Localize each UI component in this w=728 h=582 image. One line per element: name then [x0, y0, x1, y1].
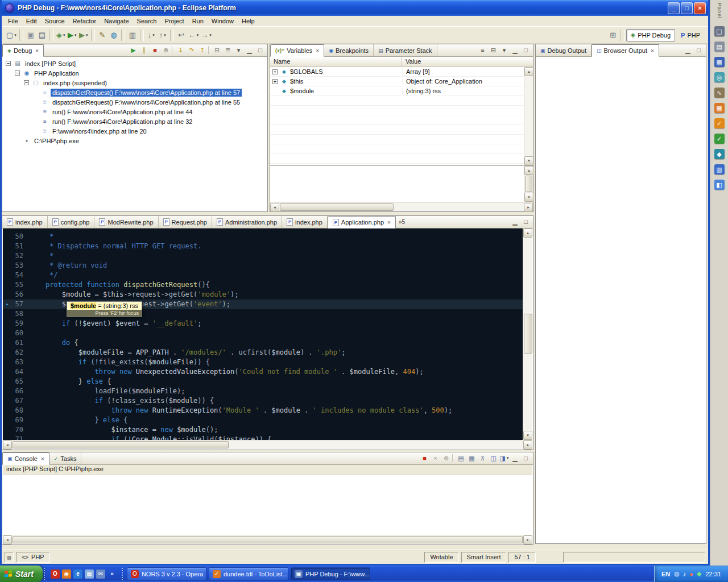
menu-item[interactable]: Project	[160, 16, 188, 26]
toolbar-separator[interactable]	[49, 30, 53, 41]
minimize-view-button[interactable]: ▁	[245, 45, 254, 55]
close-tab-icon[interactable]: ×	[651, 48, 654, 54]
tab-debug[interactable]: ◈ Debug ×	[2, 44, 44, 57]
perspective-php[interactable]: P PHP	[676, 29, 705, 41]
tab-tasks[interactable]: ✓ Tasks	[49, 452, 82, 464]
scrollbar-thumb[interactable]	[13, 536, 523, 543]
web-browser-button[interactable]: ◍	[108, 29, 119, 41]
panel-save-icon[interactable]: ▦	[714, 57, 725, 67]
next-annotation-button[interactable]: ↓ ▾	[146, 29, 157, 41]
terminate-button[interactable]: ■	[420, 453, 429, 463]
tray-alert-icon[interactable]: ●	[689, 571, 693, 577]
maximize-button[interactable]: □	[681, 2, 693, 14]
tab-breakpoints[interactable]: ◉ Breakpoints	[324, 44, 374, 56]
dropdown-arrow-icon[interactable]: ▾	[152, 33, 155, 38]
menu-item[interactable]: Search	[133, 16, 161, 26]
tab-parameter-stack[interactable]: ▤ Parameter Stack	[374, 44, 437, 56]
toolbar-separator[interactable]	[19, 30, 23, 41]
menu-item[interactable]: Source	[41, 16, 69, 26]
back-button[interactable]: ← ▾	[187, 29, 200, 41]
tray-messenger-icon[interactable]: ◆	[697, 570, 701, 577]
view-separator[interactable]	[208, 46, 211, 54]
panel-check-icon[interactable]: ✓	[714, 118, 725, 128]
dropdown-arrow-icon[interactable]: ▾	[75, 33, 77, 38]
quick-launch-overflow[interactable]: »	[107, 569, 117, 579]
view-menu-button[interactable]: ▾	[499, 45, 509, 55]
minimize-button[interactable]: _	[668, 2, 680, 14]
disconnect-button[interactable]: ⊗	[161, 45, 171, 55]
perspective-php-debug[interactable]: ◈ PHP Debug	[626, 29, 675, 41]
debug-tree-target[interactable]: − ◉ PHP Application	[2, 68, 267, 78]
scrollbar-thumb[interactable]	[280, 203, 394, 211]
quick-launch-browser[interactable]: ◉	[62, 569, 71, 579]
fast-view-button[interactable]: ▨	[5, 552, 14, 563]
stack-frame[interactable]: ≡ F:\www\nors4\index.php at line 20	[2, 126, 267, 136]
start-button[interactable]: Start	[0, 566, 43, 582]
toolbar-separator[interactable]	[170, 30, 174, 41]
editor-tab[interactable]: P Administration.php	[212, 216, 282, 228]
minimize-view-button[interactable]: ▁	[510, 45, 520, 55]
dropdown-arrow-icon[interactable]: ▾	[86, 33, 88, 38]
display-selected-console-button[interactable]: ◫	[489, 453, 498, 463]
minimize-view-button[interactable]: ▁	[510, 453, 520, 463]
close-tab-icon[interactable]: ×	[41, 456, 44, 462]
dropdown-arrow-icon[interactable]: ▾	[209, 33, 212, 38]
scroll-down-icon[interactable]: ▾	[524, 193, 533, 202]
editor-tab[interactable]: P index.php	[2, 216, 48, 228]
mark-occurrences-button[interactable]: ✎	[97, 29, 108, 41]
menu-item[interactable]: Window	[208, 16, 238, 26]
scroll-down-icon[interactable]: ▾	[524, 156, 533, 165]
expand-toggle-icon[interactable]: +	[272, 69, 278, 74]
scroll-up-icon[interactable]: ▴	[524, 166, 533, 175]
menu-item[interactable]: Run	[188, 16, 208, 26]
menu-item[interactable]: File	[4, 16, 22, 26]
step-over-button[interactable]: ↷	[187, 45, 196, 55]
horizontal-scrollbar[interactable]: ◂ ▸	[3, 440, 532, 449]
expand-toggle-icon[interactable]: +	[272, 79, 278, 84]
dropdown-arrow-icon[interactable]: ▾	[14, 33, 16, 38]
terminate-button[interactable]: ■	[150, 45, 160, 55]
panel-gem-icon[interactable]: ◆	[714, 149, 725, 159]
panel-display-icon[interactable]: ▢	[714, 26, 725, 36]
stack-frame[interactable]: ≡ run() F:\www\nors4\Core\Application.ph…	[2, 117, 267, 126]
dropdown-arrow-icon[interactable]: ▾	[197, 33, 199, 38]
collapse-all-button[interactable]: ⊟	[489, 45, 498, 55]
browser-output-content[interactable]	[536, 57, 705, 543]
maximize-view-button[interactable]: □	[521, 217, 531, 227]
suspend-button[interactable]: ∥	[139, 45, 149, 55]
close-tab-icon[interactable]: ×	[35, 48, 39, 54]
close-tab-icon[interactable]: ×	[387, 219, 391, 226]
panel-grid-icon[interactable]: ▦	[714, 103, 725, 113]
table-row[interactable]: ◆ $module (string:3) rss	[270, 86, 533, 96]
quick-launch-opera[interactable]: O	[51, 569, 60, 579]
step-filters-button[interactable]: ≣	[223, 45, 233, 55]
editor-tab[interactable]: P config.php	[48, 216, 95, 228]
close-button[interactable]: ×	[694, 2, 706, 14]
toolbar-separator[interactable]	[140, 30, 144, 41]
forward-button[interactable]: → ▾	[200, 29, 213, 41]
vertical-scrollbar[interactable]: ▴ ▾	[524, 166, 533, 202]
open-perspective-button[interactable]: ⊞	[607, 29, 619, 41]
view-menu-button[interactable]: ▾	[234, 45, 243, 55]
tab-browser-output[interactable]: ◫ Browser Output ×	[592, 44, 659, 57]
task-todolist[interactable]: ✓ dundee.tdl - ToDoList...	[209, 567, 288, 580]
minimize-view-button[interactable]: ▁	[510, 217, 520, 227]
minimize-view-button[interactable]: ▁	[683, 45, 693, 55]
horizontal-scrollbar[interactable]: ◂ ▸	[270, 202, 533, 211]
language-indicator[interactable]: EN	[661, 571, 670, 577]
task-eclipse[interactable]: ▣ PHP Debug - F:\www...	[291, 567, 370, 580]
debug-button[interactable]: ◈ ▾	[55, 29, 67, 41]
panel-book-icon[interactable]: ▥	[714, 164, 725, 174]
tray-network-icon[interactable]: ◍	[674, 570, 680, 577]
drop-to-frame-button[interactable]: ⊟	[212, 45, 222, 55]
menu-item[interactable]: Refactor	[69, 16, 101, 26]
editor-tab[interactable]: P index.php	[282, 216, 328, 228]
clear-console-button[interactable]: ▤	[456, 453, 466, 463]
scrollbar-thumb[interactable]	[524, 314, 532, 354]
menu-item[interactable]: Navigate	[100, 16, 133, 26]
remove-launch-button[interactable]: ×	[431, 453, 440, 463]
code-area[interactable]: 50 *51 * Dispatches normal HTTP GET requ…	[3, 228, 523, 440]
panel-paint-icon[interactable]: ◧	[714, 180, 725, 190]
maximize-view-button[interactable]: □	[694, 45, 704, 55]
editor-tab[interactable]: P Request.php	[159, 216, 212, 228]
